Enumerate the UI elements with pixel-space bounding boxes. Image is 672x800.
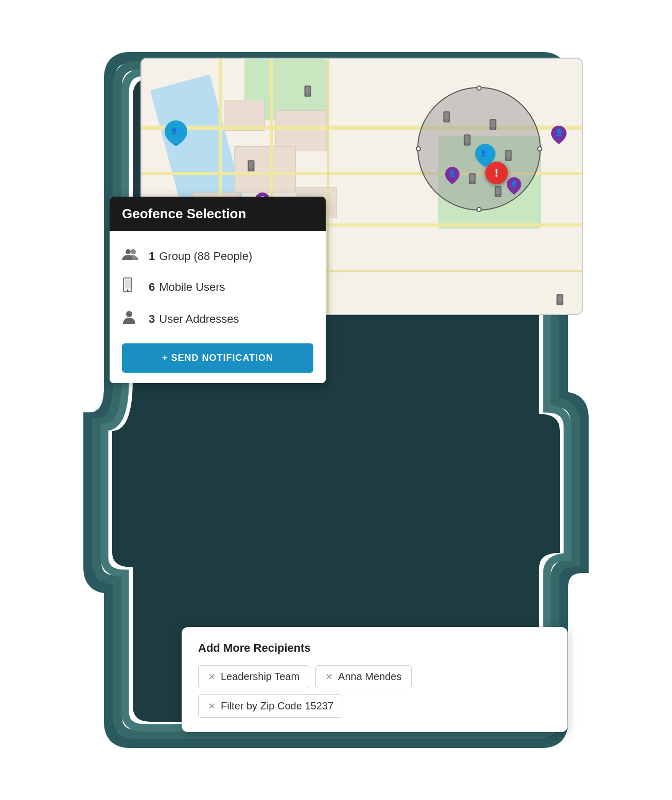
mobile-icon <box>122 277 140 297</box>
mobile-label: Mobile Users <box>159 281 225 294</box>
recipients-panel: Add More Recipients ✕ Leadership Team ✕ … <box>182 627 568 732</box>
svg-rect-29 <box>249 161 254 168</box>
svg-point-45 <box>126 311 132 317</box>
svg-rect-11 <box>465 135 470 143</box>
svg-point-44 <box>127 289 129 291</box>
user-address-icon <box>122 309 140 329</box>
svg-text:👤: 👤 <box>555 128 564 137</box>
geofence-panel: Geofence Selection 1 Group (88 People) <box>110 197 326 383</box>
svg-text:👤: 👤 <box>510 180 518 187</box>
svg-point-9 <box>446 120 447 121</box>
svg-point-41 <box>131 249 136 254</box>
svg-point-27 <box>307 94 308 96</box>
geofence-title: Geofence Selection <box>122 206 313 222</box>
tag-anna-mendes[interactable]: ✕ Anna Mendes <box>315 665 411 688</box>
group-label: Group (88 People) <box>159 250 252 263</box>
geofence-item-addresses: 3 User Addresses <box>122 303 313 335</box>
svg-point-30 <box>250 169 252 170</box>
geofence-header: Geofence Selection <box>110 197 326 231</box>
recipients-title: Add More Recipients <box>198 641 551 655</box>
svg-rect-35 <box>558 295 562 302</box>
svg-text:👤: 👤 <box>449 170 456 177</box>
svg-rect-20 <box>470 174 475 181</box>
svg-text:👥: 👥 <box>481 148 490 157</box>
geofence-item-mobile: 6 Mobile Users <box>122 271 313 303</box>
svg-rect-43 <box>125 280 131 289</box>
addresses-label: User Addresses <box>159 312 239 326</box>
svg-point-36 <box>559 303 560 304</box>
geofence-body: 1 Group (88 People) 6 Mobile Users <box>110 231 326 383</box>
svg-point-12 <box>466 143 468 145</box>
svg-rect-26 <box>306 86 310 94</box>
svg-text:👥: 👥 <box>171 126 181 135</box>
tag-label-leadership: Leadership Team <box>221 671 299 683</box>
tag-close-zip[interactable]: ✕ <box>208 701 216 712</box>
tag-label-anna: Anna Mendes <box>338 671 401 683</box>
mobile-count: 6 <box>149 281 155 294</box>
tag-label-zip: Filter by Zip Code 15237 <box>221 700 333 712</box>
group-count: 1 <box>149 250 155 263</box>
group-icon <box>122 248 140 265</box>
addresses-count: 3 <box>149 312 155 326</box>
tag-leadership-team[interactable]: ✕ Leadership Team <box>198 665 309 688</box>
svg-point-40 <box>126 249 131 254</box>
geofence-item-group: 1 Group (88 People) <box>122 241 313 271</box>
svg-rect-23 <box>496 187 501 194</box>
tag-close-leadership[interactable]: ✕ <box>208 671 216 683</box>
svg-point-24 <box>497 195 499 196</box>
svg-rect-14 <box>491 120 496 127</box>
svg-point-21 <box>471 182 473 183</box>
send-notification-label: + SEND NOTIFICATION <box>162 353 273 363</box>
svg-point-15 <box>492 128 493 129</box>
send-notification-button[interactable]: + SEND NOTIFICATION <box>122 343 313 373</box>
svg-rect-17 <box>506 151 511 158</box>
svg-rect-8 <box>445 112 449 119</box>
tag-zip-code[interactable]: ✕ Filter by Zip Code 15237 <box>198 694 343 718</box>
recipients-tags-container: ✕ Leadership Team ✕ Anna Mendes ✕ Filter… <box>198 665 551 718</box>
svg-point-18 <box>507 159 509 160</box>
tag-close-anna[interactable]: ✕ <box>325 671 333 683</box>
